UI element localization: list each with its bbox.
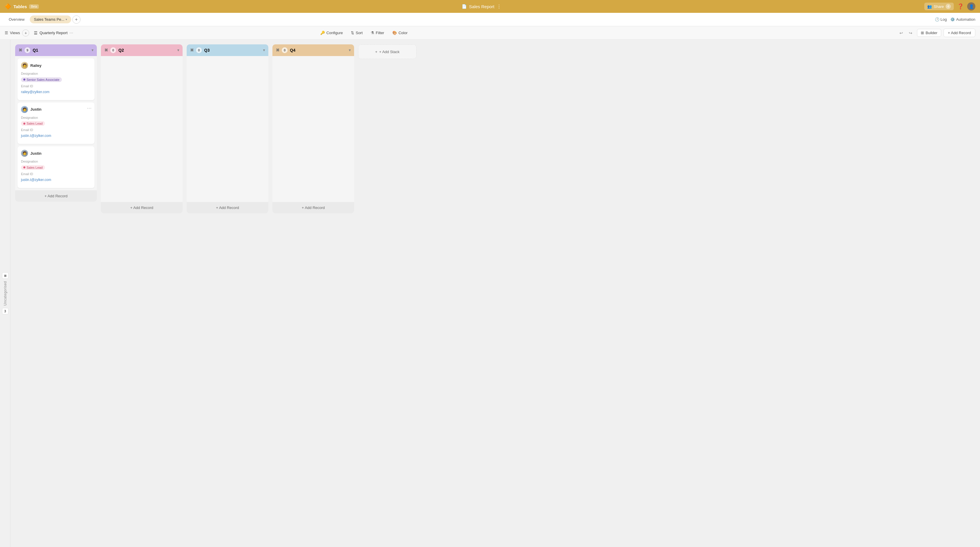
stack-q2: ⌘ 0 Q2 ▾ + Add Record [101, 45, 183, 214]
add-record-button[interactable]: + Add Record [943, 29, 975, 37]
automation-icon: ⚙️ [950, 17, 955, 22]
color-button[interactable]: 🎨 Color [389, 29, 411, 37]
sort-icon: ⇅ [351, 31, 354, 35]
help-icon[interactable]: ❓ [957, 3, 964, 10]
app-bar-left: 🔶 Tables Beta [5, 3, 39, 10]
collapse-button[interactable]: ⊞ [2, 272, 8, 279]
tab-add-button[interactable]: + [72, 16, 81, 24]
tab-add-icon: + [75, 17, 78, 22]
redo-button[interactable]: ↪ [907, 29, 915, 37]
card-justin2-email-label: Email ID [21, 172, 91, 176]
log-button[interactable]: 🕐 Log [935, 17, 947, 22]
tab-bar-right: 🕐 Log ⚙️ Automation [935, 17, 975, 22]
card-justin1-email[interactable]: justin.t@zylker.com [21, 134, 51, 138]
q3-chevron-icon[interactable]: ▾ [263, 48, 265, 52]
card-railey-user: 🧑 Railey [21, 62, 91, 69]
share-button[interactable]: 👥 Share 4 [924, 3, 954, 10]
q1-cmd-icon: ⌘ [19, 48, 22, 52]
stack-q4: ⌘ 0 Q4 ▾ + Add Record [272, 45, 354, 214]
card-railey: 🧑 Railey Designation Senior Sales Associ… [18, 58, 94, 100]
q1-label: Q1 [33, 48, 89, 53]
q3-count: 0 [196, 47, 202, 53]
share-label: Share [934, 5, 944, 9]
stack-q4-header: ⌘ 0 Q4 ▾ [272, 45, 354, 56]
stack-q3-header: ⌘ 0 Q3 ▾ [187, 45, 268, 56]
stack-q3: ⌘ 0 Q3 ▾ + Add Record [187, 45, 268, 214]
card-justin2-designation-tag: Sales Lead [21, 165, 45, 170]
card-railey-name: Railey [30, 63, 41, 68]
views-add-button[interactable]: + [22, 29, 29, 37]
card-railey-email[interactable]: railey@zylker.com [21, 90, 49, 94]
uncategorised-sidebar: ⊞ Uncategorised 3 [0, 40, 11, 547]
q4-chevron-icon[interactable]: ▾ [349, 48, 351, 52]
tag-dot [23, 78, 25, 81]
q2-label: Q2 [118, 48, 175, 53]
report-more-icon[interactable]: ⋮ [497, 4, 501, 10]
card-justin2-avatar: 🧑 [21, 150, 28, 157]
card-railey-designation-field: Designation Senior Sales Associate [21, 72, 91, 82]
q3-add-record-button[interactable]: + Add Record [187, 202, 268, 214]
app-bar: 🔶 Tables Beta 📄 Sales Report ⋮ 👥 Share 4… [0, 0, 980, 13]
q4-cmd-icon: ⌘ [276, 48, 279, 52]
undo-button[interactable]: ↩ [897, 29, 905, 37]
app-bar-center: 📄 Sales Report ⋮ [462, 4, 501, 10]
q4-add-record-button[interactable]: + Add Record [272, 202, 354, 214]
tables-logo-icon: 🔶 [5, 3, 11, 10]
current-view: ☰ Quarterly Report ⋯ [34, 31, 73, 35]
card-justin1-designation-tag: Sales Lead [21, 121, 45, 126]
automation-button[interactable]: ⚙️ Automation [950, 17, 975, 22]
report-icon: 📄 [462, 4, 467, 9]
configure-icon: 🔑 [320, 31, 325, 35]
q1-chevron-icon[interactable]: ▾ [92, 48, 93, 52]
card-justin1-avatar: 🧑 [21, 106, 28, 113]
q2-chevron-icon[interactable]: ▾ [177, 48, 179, 52]
card-railey-designation-label: Designation [21, 72, 91, 75]
q2-add-record-button[interactable]: + Add Record [101, 202, 183, 214]
card-justin1-menu-icon[interactable]: ⋯ [87, 105, 92, 111]
card-justin1-email-label: Email ID [21, 128, 91, 132]
view-more-icon[interactable]: ⋯ [69, 31, 73, 35]
q4-cards [272, 56, 354, 202]
tab-dropdown-icon[interactable]: ▾ [65, 18, 67, 21]
card-justin1-email-field: Email ID justin.t@zylker.com [21, 128, 91, 138]
tab-sales-teams[interactable]: Sales Teams Pe... ▾ [30, 16, 71, 23]
filter-icon: ⚗ [371, 31, 374, 35]
card-justin1-name: Justin [30, 107, 41, 112]
card-justin2-email[interactable]: justin.t@zylker.com [21, 178, 51, 182]
builder-button[interactable]: ⊞ Builder [917, 29, 941, 37]
card-railey-email-label: Email ID [21, 85, 91, 88]
q3-cards [187, 56, 268, 202]
q1-add-record-button[interactable]: + Add Record [15, 190, 97, 202]
card-justin2-user: 🧑 Justin [21, 150, 91, 157]
share-count: 4 [946, 4, 951, 9]
configure-button[interactable]: 🔑 Configure [317, 29, 346, 37]
add-stack-icon: + [375, 49, 377, 54]
card-justin2-name: Justin [30, 151, 41, 156]
card-justin2-designation-field: Designation Sales Lead [21, 159, 91, 170]
kanban-board: ⌘ 9 Q1 ▾ 🧑 Railey Designation [11, 40, 980, 547]
card-justin1-designation-field: Designation Sales Lead [21, 116, 91, 126]
add-stack-button[interactable]: + + Add Stack [358, 45, 417, 59]
tab-bar: Overview Sales Teams Pe... ▾ + 🕐 Log ⚙️ … [0, 13, 980, 26]
q1-count: 9 [24, 47, 30, 53]
card-justin1: ⋯ 🧑 Justin Designation Sales Lead [18, 102, 94, 144]
uncategorised-count: 3 [2, 308, 8, 314]
card-justin2-email-field: Email ID justin.t@zylker.com [21, 172, 91, 182]
beta-badge: Beta [29, 5, 39, 9]
toolbar-left: ☰ Views + ☰ Quarterly Report ⋯ [5, 29, 73, 37]
views-add-icon: + [24, 31, 27, 35]
toolbar-center: 🔑 Configure ⇅ Sort ⚗ Filter 🎨 Color [317, 29, 411, 37]
tag-label: Sales Lead [27, 166, 43, 169]
app-name: Tables [13, 4, 27, 9]
hamburger-icon: ☰ [5, 31, 8, 35]
stack-q1-header: ⌘ 9 Q1 ▾ [15, 45, 97, 56]
sort-button[interactable]: ⇅ Sort [347, 29, 366, 37]
avatar[interactable]: 👤 [967, 2, 975, 11]
tab-overview[interactable]: Overview [5, 16, 29, 23]
app-bar-right: 👥 Share 4 ❓ 👤 [924, 2, 975, 11]
filter-button[interactable]: ⚗ Filter [367, 29, 388, 37]
q3-label: Q3 [204, 48, 261, 53]
views-button[interactable]: ☰ Views [5, 31, 20, 35]
q4-label: Q4 [290, 48, 347, 53]
card-justin1-designation-label: Designation [21, 116, 91, 120]
